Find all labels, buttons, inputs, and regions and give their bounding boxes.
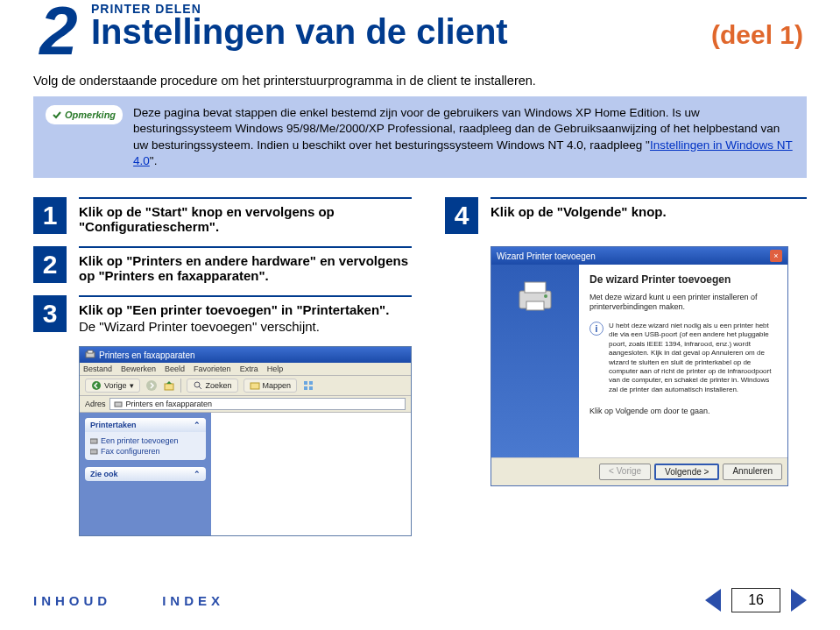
window-title: Printers en faxapparaten — [99, 350, 195, 360]
task-label: Fax configureren — [101, 447, 160, 456]
svg-rect-17 — [526, 301, 544, 310]
search-label: Zoeken — [206, 381, 232, 390]
chevron-down-icon: ▾ — [130, 381, 134, 390]
toolbar: Vorige ▾ Zoeken Mappen — [80, 376, 411, 396]
step-number: 2 — [33, 246, 67, 283]
step-text: Klik op de "Start" knop en vervolgens op… — [79, 204, 412, 234]
close-button[interactable]: × — [770, 250, 782, 262]
svg-rect-10 — [304, 386, 307, 390]
wizard-main: De wizard Printer toevoegen Met deze wiz… — [579, 265, 787, 457]
menu-item[interactable]: Bestand — [83, 365, 112, 373]
menu-item[interactable]: Extra — [240, 365, 258, 373]
wizard-desc: Met deze wizard kunt u een printer insta… — [589, 293, 777, 313]
back-label: Vorige — [104, 381, 127, 390]
note-text: Deze pagina bevat stappen die enkel best… — [133, 105, 794, 169]
note-badge: Opmerking — [46, 105, 123, 124]
wizard-footer: < Vorige Volgende > Annuleren — [491, 457, 787, 485]
part-label: (deel 1) — [711, 20, 807, 50]
svg-rect-1 — [88, 350, 93, 353]
printer-icon — [85, 350, 95, 360]
wizard-heading: De wizard Printer toevoegen — [589, 273, 777, 287]
wizard-figure: Wizard Printer toevoegen × — [491, 246, 807, 486]
svg-rect-16 — [525, 282, 546, 293]
svg-rect-7 — [251, 383, 259, 389]
wizard-cancel-button[interactable]: Annuleren — [723, 464, 782, 480]
search-icon — [193, 380, 203, 391]
svg-point-3 — [146, 380, 157, 391]
svg-point-2 — [92, 381, 101, 390]
menu-item[interactable]: Help — [267, 365, 284, 373]
tasks-title: Printertaken — [90, 421, 137, 429]
back-icon — [91, 380, 102, 391]
step-number: 4 — [445, 197, 478, 234]
step-text: Klik op "Een printer toevoegen" in "Prin… — [79, 302, 412, 334]
fax-icon — [90, 448, 98, 456]
next-page-button[interactable] — [791, 589, 807, 612]
page-title: Instellingen van de client — [91, 12, 508, 52]
note-icon — [53, 110, 61, 119]
add-printer-icon — [90, 437, 98, 445]
svg-line-6 — [199, 386, 201, 389]
menu-bar: Bestand Bewerken Beeld Favorieten Extra … — [80, 363, 411, 376]
index-link[interactable]: INDEX — [162, 593, 224, 608]
step-4: 4 Klik op de "Volgende" knop. — [445, 197, 807, 234]
svg-rect-11 — [309, 386, 313, 390]
printers-window-figure: Printers en faxapparaten Bestand Bewerke… — [79, 346, 412, 536]
seealso-header[interactable]: Zie ook ⌃ — [85, 467, 206, 481]
menu-item[interactable]: Beeld — [165, 365, 185, 373]
address-value: Printers en faxapparaten — [126, 400, 213, 408]
step-sub: De "Wizard Printer toevoegen" verschijnt… — [79, 319, 412, 334]
step-text: Klik op "Printers en andere hardware" en… — [79, 253, 412, 283]
svg-rect-14 — [90, 449, 97, 454]
up-icon[interactable] — [163, 379, 175, 392]
wizard-next-button[interactable]: Volgende > — [654, 464, 719, 480]
task-label: Een printer toevoegen — [101, 436, 179, 445]
note-text-after: ". — [150, 154, 158, 167]
svg-rect-12 — [115, 402, 122, 407]
svg-rect-13 — [90, 439, 97, 443]
forward-icon[interactable] — [145, 379, 158, 392]
intro-text: Volg de onderstaande procedure om het pr… — [33, 74, 807, 88]
prev-page-button[interactable] — [705, 589, 721, 612]
wizard-continue: Klik op Volgende om door te gaan. — [589, 407, 777, 417]
chapter-number: 2 — [33, 0, 84, 61]
folders-icon — [250, 380, 260, 391]
info-icon: i — [589, 322, 604, 336]
svg-rect-9 — [309, 381, 313, 385]
folder-content — [211, 413, 411, 535]
wizard-info: U hebt deze wizard niet nodig als u een … — [609, 322, 777, 394]
task-fax-config[interactable]: Fax configureren — [90, 446, 201, 457]
address-bar: Adres Printers en faxapparaten — [80, 396, 411, 413]
wizard-sidebar — [491, 265, 579, 457]
search-button[interactable]: Zoeken — [187, 379, 238, 393]
menu-item[interactable]: Favorieten — [194, 365, 231, 373]
task-add-printer[interactable]: Een printer toevoegen — [90, 435, 201, 446]
folders-button[interactable]: Mappen — [244, 379, 298, 393]
collapse-icon: ⌃ — [194, 470, 201, 478]
tasks-pane: Printertaken ⌃ Een printer toevoegen — [80, 413, 211, 535]
page-footer: INHOUD INDEX 16 — [33, 588, 807, 612]
views-icon[interactable] — [302, 379, 314, 392]
wizard-back-button[interactable]: < Vorige — [599, 464, 651, 480]
svg-rect-8 — [304, 381, 307, 385]
note-badge-label: Opmerking — [65, 109, 116, 122]
step-number: 1 — [33, 197, 67, 234]
step-1: 1 Klik op de "Start" knop en vervolgens … — [33, 197, 412, 234]
svg-point-18 — [544, 294, 547, 298]
step-number: 3 — [33, 295, 67, 332]
back-button[interactable]: Vorige ▾ — [85, 379, 140, 393]
seealso-title: Zie ook — [90, 470, 118, 478]
window-titlebar: Printers en faxapparaten — [80, 347, 411, 363]
tasks-header[interactable]: Printertaken ⌃ — [85, 418, 206, 432]
wizard-titlebar: Wizard Printer toevoegen × — [491, 247, 787, 265]
address-label: Adres — [85, 400, 106, 408]
folders-label: Mappen — [263, 381, 292, 390]
step-2: 2 Klik op "Printers en andere hardware" … — [33, 246, 412, 283]
printer-icon — [114, 400, 123, 408]
note-box: Opmerking Deze pagina bevat stappen die … — [33, 96, 807, 178]
menu-item[interactable]: Bewerken — [121, 365, 156, 373]
collapse-icon: ⌃ — [194, 421, 201, 429]
toc-link[interactable]: INHOUD — [33, 593, 111, 608]
address-field[interactable]: Printers en faxapparaten — [109, 398, 406, 410]
page-number: 16 — [731, 588, 780, 612]
